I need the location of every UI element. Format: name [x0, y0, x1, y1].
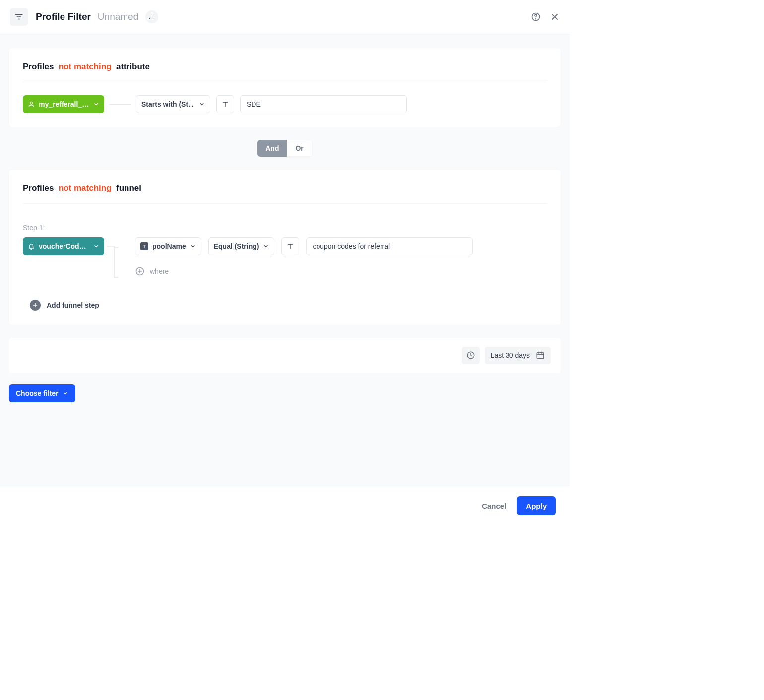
logic-toggle: And Or — [257, 140, 312, 157]
equality-selector[interactable]: Equal (String) — [208, 237, 275, 255]
value-input[interactable] — [240, 95, 407, 113]
svg-rect-20 — [537, 353, 544, 359]
heading-text: funnel — [116, 183, 141, 193]
person-icon — [28, 101, 35, 108]
attribute-chip-label: my_refferall_c... — [39, 100, 89, 108]
clock-icon — [466, 351, 475, 360]
equality-label: Equal (String) — [214, 242, 259, 250]
add-step-label: Add funnel step — [47, 301, 99, 309]
heading-text: Profiles — [23, 62, 54, 71]
connector-line — [109, 104, 131, 105]
heading-text: Profiles — [23, 183, 54, 193]
funnel-filter-card: Profiles not matching funnel Step 1: vou… — [9, 170, 561, 325]
header: Profile Filter Unnamed — [0, 0, 570, 34]
time-settings-button[interactable] — [462, 347, 480, 364]
chevron-down-icon — [199, 101, 205, 107]
heading-highlight: not matching — [59, 183, 112, 193]
text-type-button[interactable] — [281, 237, 299, 255]
help-button[interactable] — [531, 12, 541, 22]
filter-icon — [10, 8, 28, 26]
attribute-chip[interactable]: my_refferall_c... — [23, 95, 104, 113]
date-range-label: Last 30 days — [491, 351, 530, 359]
bracket-connector — [104, 237, 118, 276]
close-button[interactable] — [550, 12, 560, 22]
date-range-selector[interactable]: Last 30 days — [485, 347, 551, 364]
pencil-icon — [149, 14, 155, 20]
attribute-filter-card: Profiles not matching attribute my_reffe… — [9, 48, 561, 127]
step-label: Step 1: — [23, 224, 547, 232]
cancel-button[interactable]: Cancel — [482, 502, 506, 510]
page-subtitle: Unnamed — [98, 11, 138, 22]
chevron-down-icon — [93, 101, 99, 107]
chevron-down-icon — [93, 243, 99, 249]
property-label: poolName — [152, 242, 186, 250]
event-chip-label: voucherCode.... — [39, 242, 89, 250]
heading-highlight: not matching — [59, 62, 112, 71]
svg-point-4 — [536, 19, 536, 19]
choose-filter-button[interactable]: Choose filter — [9, 384, 75, 402]
operator-selector[interactable]: Starts with (St... — [136, 95, 210, 113]
edit-name-button[interactable] — [145, 10, 158, 23]
value-input[interactable] — [306, 237, 473, 255]
help-icon — [531, 12, 541, 22]
svg-point-7 — [30, 102, 33, 104]
and-button[interactable]: And — [257, 140, 287, 157]
date-strip: Last 30 days — [9, 338, 561, 373]
calendar-icon — [536, 351, 545, 360]
heading-text: attribute — [116, 62, 150, 71]
operator-label: Starts with (St... — [141, 100, 195, 108]
bell-icon — [28, 243, 35, 250]
add-funnel-step-button[interactable]: Add funnel step — [30, 300, 547, 311]
or-button[interactable]: Or — [287, 140, 312, 157]
where-label: where — [150, 267, 169, 275]
event-chip[interactable]: voucherCode.... — [23, 237, 104, 255]
text-icon — [221, 100, 229, 108]
chevron-down-icon — [190, 243, 196, 249]
page-title: Profile Filter — [36, 11, 91, 22]
attribute-section-heading: Profiles not matching attribute — [23, 62, 547, 82]
text-type-button[interactable] — [216, 95, 234, 113]
footer: Cancel Apply — [0, 486, 570, 525]
chevron-down-icon — [263, 243, 269, 249]
close-icon — [550, 12, 560, 22]
chevron-down-icon — [63, 390, 68, 396]
plus-icon — [32, 302, 38, 308]
funnel-section-heading: Profiles not matching funnel — [23, 183, 547, 204]
property-selector[interactable]: poolName — [135, 237, 201, 255]
text-icon — [286, 242, 294, 250]
text-icon — [142, 244, 147, 249]
add-where-button[interactable]: where — [135, 266, 547, 276]
plus-circle-icon — [135, 266, 145, 276]
choose-filter-label: Choose filter — [16, 389, 59, 397]
apply-button[interactable]: Apply — [517, 496, 556, 515]
